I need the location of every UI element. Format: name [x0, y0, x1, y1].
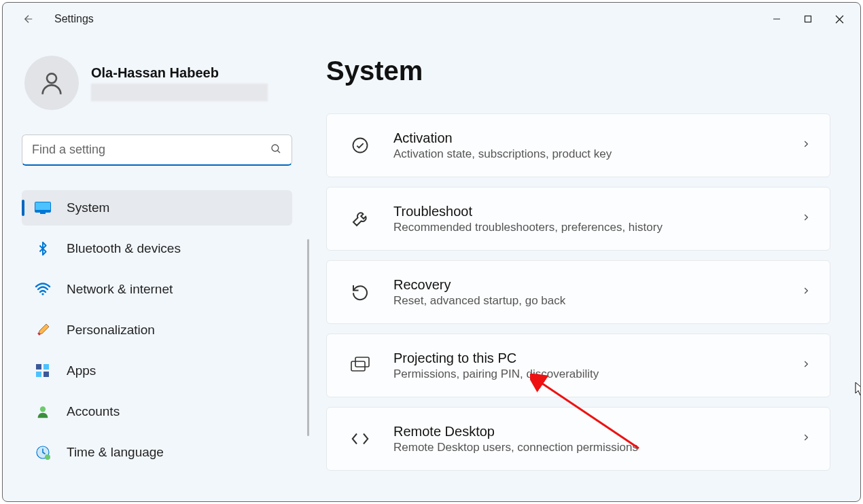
svg-rect-13 [36, 372, 41, 377]
recovery-icon [346, 282, 374, 302]
content-area: Ola-Hassan Habeeb System [3, 35, 860, 501]
chevron-right-icon [801, 213, 811, 225]
sidebar-item-personalization[interactable]: Personalization [22, 312, 292, 348]
card-title: Recovery [393, 277, 801, 293]
card-subtitle: Permissions, pairing PIN, discoverabilit… [393, 367, 801, 381]
sidebar: Ola-Hassan Habeeb System [22, 56, 294, 501]
chevron-right-icon [801, 139, 811, 151]
titlebar: Settings [3, 3, 860, 35]
minimize-icon [773, 15, 781, 23]
avatar [24, 56, 79, 110]
page-title: System [326, 56, 830, 86]
svg-rect-8 [35, 202, 50, 210]
card-troubleshoot[interactable]: Troubleshoot Recommended troubleshooters… [326, 187, 830, 251]
wifi-icon [34, 281, 52, 298]
sidebar-item-label: Apps [67, 363, 96, 378]
svg-point-5 [272, 145, 279, 151]
card-remote[interactable]: Remote Desktop Remote Desktop users, con… [326, 407, 830, 471]
search-box[interactable] [22, 134, 292, 166]
person-icon [34, 403, 52, 420]
profile-email-redacted [91, 84, 268, 101]
card-subtitle: Reset, advanced startup, go back [393, 294, 801, 308]
svg-rect-19 [351, 361, 365, 371]
card-projecting[interactable]: Projecting to this PC Permissions, pairi… [326, 334, 830, 397]
svg-point-17 [45, 454, 50, 460]
check-circle-icon [346, 136, 374, 155]
remote-icon [346, 429, 374, 449]
sidebar-item-label: Bluetooth & devices [67, 241, 181, 256]
window-title: Settings [54, 13, 94, 25]
arrow-left-icon [22, 13, 35, 25]
sidebar-item-accounts[interactable]: Accounts [22, 394, 292, 429]
card-recovery[interactable]: Recovery Reset, advanced startup, go bac… [326, 260, 830, 324]
minimize-button[interactable] [761, 8, 792, 30]
sidebar-item-time[interactable]: Time & language [22, 435, 292, 470]
close-button[interactable] [824, 8, 855, 30]
svg-rect-12 [43, 364, 49, 370]
card-activation[interactable]: Activation Activation state, subscriptio… [326, 113, 830, 177]
svg-rect-9 [40, 213, 46, 214]
sidebar-item-label: System [67, 200, 109, 215]
card-subtitle: Activation state, subscriptions, product… [393, 147, 801, 161]
close-icon [835, 15, 844, 24]
chevron-right-icon [801, 359, 811, 372]
maximize-icon [804, 15, 812, 23]
profile-name: Ola-Hassan Habeeb [91, 65, 268, 81]
svg-rect-11 [36, 364, 41, 370]
window-controls [761, 8, 855, 30]
chevron-right-icon [801, 286, 811, 298]
profile-block[interactable]: Ola-Hassan Habeeb [22, 56, 294, 110]
card-subtitle: Recommended troubleshooters, preferences… [393, 221, 801, 234]
sidebar-item-system[interactable]: System [22, 190, 292, 226]
monitor-icon [34, 199, 52, 217]
person-icon [38, 69, 65, 96]
svg-line-6 [277, 150, 280, 153]
svg-point-4 [47, 73, 56, 83]
project-icon [346, 356, 374, 375]
card-title: Activation [393, 130, 801, 146]
card-title: Remote Desktop [393, 424, 801, 439]
search-input[interactable] [32, 143, 270, 157]
main-panel: System Activation Activation state, subs… [326, 56, 836, 501]
maximize-button[interactable] [792, 8, 824, 30]
back-button[interactable] [15, 5, 42, 33]
svg-rect-1 [805, 16, 811, 22]
svg-rect-20 [355, 357, 369, 367]
nav-list: System Bluetooth & devices Network & int… [22, 190, 294, 470]
bluetooth-icon [34, 240, 52, 257]
apps-icon [34, 362, 52, 380]
sidebar-item-label: Network & internet [67, 282, 173, 297]
sidebar-item-bluetooth[interactable]: Bluetooth & devices [22, 231, 292, 266]
card-title: Troubleshoot [393, 204, 801, 219]
card-title: Projecting to this PC [393, 350, 801, 366]
svg-point-15 [40, 406, 46, 412]
chevron-right-icon [801, 433, 811, 445]
settings-window: Settings Ola-Hassan Habeeb [2, 2, 861, 502]
sidebar-item-label: Time & language [67, 445, 164, 460]
card-subtitle: Remote Desktop users, connection permiss… [393, 441, 801, 454]
sidebar-item-label: Accounts [67, 404, 120, 419]
svg-rect-14 [43, 372, 49, 377]
search-icon [270, 143, 282, 158]
sidebar-scrollbar[interactable] [307, 239, 309, 436]
sidebar-item-label: Personalization [67, 323, 155, 338]
svg-point-10 [41, 293, 43, 295]
sidebar-item-apps[interactable]: Apps [22, 353, 292, 389]
clock-icon [34, 444, 52, 461]
sidebar-item-network[interactable]: Network & internet [22, 272, 292, 307]
svg-point-18 [353, 139, 368, 153]
brush-icon [34, 321, 52, 339]
wrench-icon [346, 209, 374, 229]
